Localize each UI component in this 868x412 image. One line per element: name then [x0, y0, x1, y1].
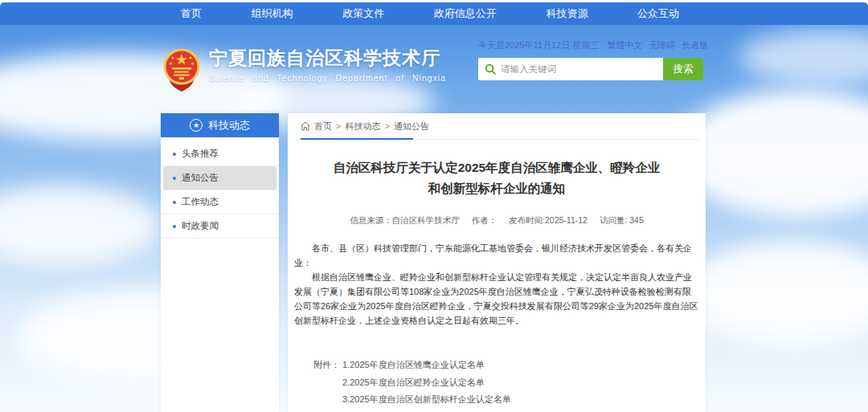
search-bar: 搜索 — [478, 58, 703, 80]
article-paragraph: 根据自治区雏鹰企业、瞪羚企业和创新型标杆企业认定管理有关规定，决定认定半亩良人农… — [294, 270, 699, 328]
sidebar-item-notices[interactable]: 通知公告 — [163, 166, 276, 190]
article-meta: 信息来源：自治区科学技术厅 作者： 发布时间:2025-11-12 访问量: 3… — [294, 215, 699, 226]
sidebar-item-political-news[interactable]: 时政要闻 — [161, 214, 279, 239]
attachment-link-3[interactable]: 3.2025年度自治区创新型标杆企业认定名单 — [342, 391, 511, 409]
nav-item-home[interactable]: 首页 — [173, 6, 210, 21]
sidebar-item-headlines[interactable]: 头条推荐 — [161, 142, 279, 166]
page: 首页 组织机构 政策文件 政府信息公开 科技资源 公众互动 — [0, 0, 868, 412]
sidebar-item-label: 通知公告 — [182, 172, 219, 184]
search-input[interactable] — [501, 64, 657, 74]
site-title-block: 宁夏回族自治区科学技术厅 Science and Technology Depa… — [209, 46, 446, 83]
article-body: 各市、县（区）科技管理部门，宁东能源化工基地管委会，银川经济技术开发区管委会，各… — [294, 241, 699, 328]
site-logo[interactable]: 宁夏回族自治区科学技术厅 Science and Technology Depa… — [162, 46, 446, 92]
breadcrumb-separator: > — [384, 121, 389, 131]
search-icon — [485, 63, 496, 75]
search-box — [478, 58, 663, 80]
nav-item-policy[interactable]: 政策文件 — [334, 6, 392, 21]
sidebar: ★ 科技动态 头条推荐 通知公告 工作动态 — [161, 113, 279, 412]
article-paragraph: 各市、县（区）科技管理部门，宁东能源化工基地管委会，银川经济技术开发区管委会，各… — [294, 241, 699, 270]
home-icon — [301, 121, 310, 131]
article-title-line1: 自治区科技厅关于认定2025年度自治区雏鹰企业、瞪羚企业 — [294, 157, 699, 178]
link-elder-version[interactable]: 长者版 — [682, 39, 708, 51]
sidebar-item-work-updates[interactable]: 工作动态 — [161, 190, 279, 214]
cloud — [0, 186, 161, 266]
sidebar-menu: 头条推荐 通知公告 工作动态 时政要闻 — [161, 137, 279, 239]
meta-author: 作者： — [472, 215, 497, 225]
main-panel: 首页 > 科技动态 > 通知公告 自治区科技厅关于认定2025年度自治区雏鹰企业… — [288, 113, 706, 412]
sidebar-title: 科技动态 — [208, 118, 250, 133]
link-traditional-chinese[interactable]: 繁體中文 — [607, 39, 642, 51]
attachment-link-2[interactable]: 2.2025年度自治区瞪羚企业认定名单 — [342, 374, 511, 392]
content-area: ★ 科技动态 头条推荐 通知公告 工作动态 — [161, 113, 706, 412]
article-title-line2: 和创新型标杆企业的通知 — [294, 178, 699, 199]
breadcrumb-separator: > — [336, 121, 341, 131]
sidebar-item-label: 工作动态 — [182, 196, 219, 208]
search-button[interactable]: 搜索 — [663, 58, 703, 80]
breadcrumb-accent-line — [301, 138, 413, 140]
bullet-dot-icon — [173, 153, 176, 156]
cloud — [739, 29, 868, 85]
header-top-row: 今天是2025年11月12日 星期三 繁體中文 无障碍 长者版 — [478, 39, 703, 51]
meta-publish-date: 发布时间:2025-11-12 — [509, 215, 588, 225]
breadcrumb: 首页 > 科技动态 > 通知公告 — [294, 113, 699, 140]
cloud — [683, 242, 868, 346]
meta-views: 访问量: 345 — [600, 215, 644, 225]
lang-links: 繁體中文 无障碍 长者版 — [607, 39, 708, 51]
attachments-list: 1.2025年度自治区雏鹰企业认定名单 2.2025年度自治区瞪羚企业认定名单 … — [342, 357, 511, 409]
attachments-label: 附件： — [313, 357, 342, 409]
sidebar-item-label: 时政要闻 — [182, 220, 219, 232]
nav-item-sci-resources[interactable]: 科技资源 — [538, 6, 596, 21]
breadcrumb-link-home[interactable]: 首页 — [314, 120, 332, 133]
link-accessibility[interactable]: 无障碍 — [649, 39, 675, 51]
national-emblem-icon — [162, 46, 201, 92]
nav-item-gov-info[interactable]: 政府信息公开 — [426, 6, 505, 21]
main-navbar: 首页 组织机构 政策文件 政府信息公开 科技资源 公众互动 — [0, 2, 868, 25]
site-title: 宁夏回族自治区科学技术厅 — [209, 46, 446, 70]
site-title-english: Science and Technology Department of Nin… — [209, 73, 446, 83]
sidebar-header: ★ 科技动态 — [161, 113, 279, 137]
current-date: 今天是2025年11月12日 星期三 — [478, 39, 599, 51]
star-circle-icon: ★ — [190, 119, 203, 132]
breadcrumb-link-sci-news[interactable]: 科技动态 — [345, 120, 380, 133]
meta-source: 信息来源：自治区科学技术厅 — [350, 215, 460, 225]
bullet-dot-icon — [173, 201, 176, 204]
bullet-dot-icon — [173, 225, 176, 228]
bullet-dot-icon — [173, 177, 176, 180]
article-title: 自治区科技厅关于认定2025年度自治区雏鹰企业、瞪羚企业 和创新型标杆企业的通知 — [294, 157, 699, 199]
sky-background: 宁夏回族自治区科学技术厅 Science and Technology Depa… — [0, 25, 868, 412]
header-utilities: 今天是2025年11月12日 星期三 繁體中文 无障碍 长者版 搜索 — [478, 39, 703, 80]
nav-item-public-interaction[interactable]: 公众互动 — [629, 6, 687, 21]
attachment-link-1[interactable]: 1.2025年度自治区雏鹰企业认定名单 — [342, 357, 511, 374]
nav-items: 首页 组织机构 政策文件 政府信息公开 科技资源 公众互动 — [173, 2, 687, 25]
breadcrumb-link-notices[interactable]: 通知公告 — [394, 120, 429, 133]
nav-item-organization[interactable]: 组织机构 — [244, 6, 301, 21]
attachments-block: 附件： 1.2025年度自治区雏鹰企业认定名单 2.2025年度自治区瞪羚企业认… — [294, 357, 699, 409]
sidebar-item-label: 头条推荐 — [182, 148, 219, 160]
